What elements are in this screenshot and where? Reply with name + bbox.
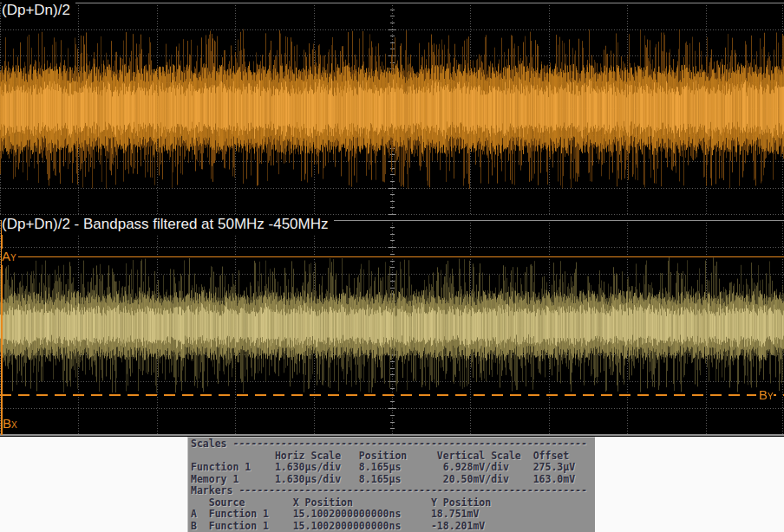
markers-header-row: Markers --------------------------------…	[191, 485, 595, 497]
scales-column-header: Horiz Scale Position Vertical Scale Offs…	[191, 451, 595, 463]
waveform-1-canvas	[0, 0, 784, 215]
scales-header-row: Scales ---------------------------------…	[191, 438, 595, 451]
screen-footer: Scales ---------------------------------…	[0, 437, 784, 532]
panel-1-title: (Dp+Dn)/2	[2, 1, 75, 21]
marker-a-y-label[interactable]: AY	[2, 249, 18, 265]
scales-function1-row: Function 1 1.630µs/div 8.165µs 6.928mV/d…	[191, 462, 595, 474]
marker-b-x-label[interactable]: BX	[3, 416, 19, 432]
scales-memory1-row: Memory 1 1.630µs/div 8.165µs 20.50mV/div…	[191, 474, 595, 486]
marker-b-y-line[interactable]	[0, 394, 784, 396]
scales-markers-readout: Scales ---------------------------------…	[187, 437, 595, 532]
marker-a-y-line[interactable]	[0, 256, 784, 257]
panel-2-title: (Dp+Dn)/2 - Bandpass filtered at 50MHz -…	[2, 215, 334, 235]
oscilloscope-screen: (Dp+Dn)/2 (Dp+Dn)/2 - Bandpass filtered …	[0, 0, 784, 532]
markers-column-header: Source X Position Y Position	[191, 497, 595, 509]
marker-b-row: B Function 1 15.1002000000000ns -18.201m…	[191, 521, 595, 532]
waveform-2-canvas	[0, 215, 784, 437]
marker-b-y-label[interactable]: BY	[756, 387, 774, 404]
marker-a-row: A Function 1 15.1002000000000ns 18.751mV	[191, 509, 595, 521]
